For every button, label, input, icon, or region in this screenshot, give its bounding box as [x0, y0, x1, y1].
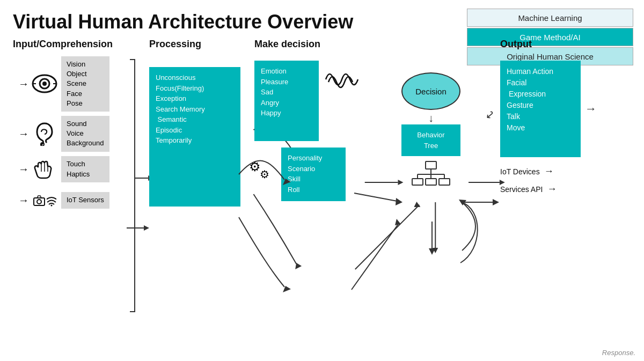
sound-row: → SoundVoiceBackground — [18, 116, 136, 152]
decision-header: Make decision — [254, 39, 394, 50]
svg-rect-32 — [439, 179, 450, 185]
vision-label: VisionObjectSceneFacePose — [61, 56, 109, 112]
decision-ellipse-wrapper: Decision — [401, 72, 491, 110]
arrow-iot: → — [18, 194, 28, 207]
behavior-tree-box: BehaviorTree — [401, 124, 460, 156]
sensor-icon-box — [31, 187, 58, 214]
sound-label: SoundVoiceBackground — [61, 116, 109, 152]
input-items: → VisionObjectSceneFacePose → — [18, 56, 136, 214]
col-processing: Processing Unconscious Focus(Filtering) … — [136, 39, 244, 318]
processing-header: Processing — [149, 39, 244, 50]
services-label: Services API — [500, 185, 543, 194]
camera-icon — [33, 195, 46, 207]
hand-icon-box — [31, 156, 58, 183]
processing-text: Unconscious Focus(Filtering) Exception S… — [156, 73, 205, 144]
arrow-vision: → — [18, 78, 28, 90]
svg-point-23 — [51, 204, 53, 206]
gear-icons: ⚙ ⚙ — [249, 160, 277, 188]
input-header: Input/Comprehension — [13, 39, 136, 50]
wave-symbol — [323, 66, 361, 95]
emotion-box: EmotionPleasureSadAngryHappy — [254, 61, 319, 141]
svg-point-22 — [37, 200, 41, 204]
col-decision-area: x Decision ↓ BehaviorTree — [394, 39, 491, 318]
decision-label: Decision — [415, 87, 447, 96]
col-output: Output Human Action Facial Expression Ge… — [491, 39, 609, 318]
main-container: Machine Learning Game Method/AI Original… — [0, 0, 644, 361]
decision-ellipse: Decision — [401, 72, 460, 110]
eye-icon-box — [31, 70, 58, 97]
col-decision: Make decision EmotionPleasureSadAngryHap… — [244, 39, 394, 318]
output-main-box: Human Action Facial Expression Gesture T… — [500, 61, 581, 157]
iot-sensor-label: IoT Sensors — [61, 192, 109, 208]
svg-rect-24 — [426, 161, 436, 169]
services-arrow: → — [547, 183, 557, 195]
touch-label: TouchHaptics — [61, 156, 109, 182]
arrow-touch: → — [18, 163, 28, 175]
decision-down-arrow: ↓ — [401, 112, 460, 124]
col-input: Input/Comprehension → VisionOb — [13, 39, 136, 318]
iot-arrow: → — [544, 166, 554, 177]
touch-row: → TouchHaptics — [18, 156, 136, 183]
services-row: Services API → — [500, 183, 609, 195]
output-header: Output — [500, 39, 609, 50]
ear-icon-box — [31, 120, 58, 147]
legend-ml: Machine Learning — [467, 9, 633, 27]
input-bracket — [130, 59, 135, 312]
eye-icon — [32, 74, 57, 93]
svg-point-14 — [42, 82, 47, 86]
vision-row: → VisionObjectSceneFacePose — [18, 56, 136, 112]
svg-rect-31 — [426, 179, 436, 185]
legend-ml-label: Machine Learning — [518, 13, 582, 23]
watermark: Response. — [602, 349, 635, 357]
ear-icon — [35, 121, 54, 146]
hand-icon — [33, 159, 56, 180]
tree-icon — [401, 160, 460, 189]
iot-row: → — [18, 187, 136, 214]
arrow-sound: → — [18, 128, 28, 140]
processing-box: Unconscious Focus(Filtering) Exception S… — [149, 67, 240, 207]
iot-devices-label: IoT Devices — [500, 167, 540, 176]
iot-devices-row: IoT Devices → — [500, 166, 609, 177]
wifi-icon — [47, 195, 56, 207]
output-main-arrow: → — [585, 102, 597, 116]
diagram-area: Input/Comprehension → VisionOb — [13, 39, 631, 318]
svg-rect-30 — [412, 179, 423, 185]
personality-box: PersonalityScenarioSkillRoll — [281, 148, 346, 201]
